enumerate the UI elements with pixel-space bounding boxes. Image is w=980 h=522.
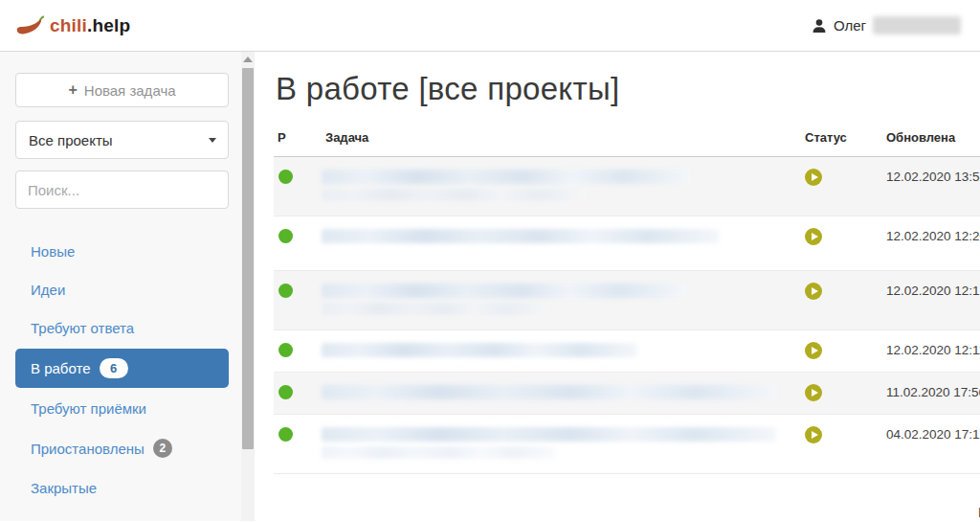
chili-pepper-icon <box>15 15 44 36</box>
updated-date: 12.02.2020 13:51 <box>886 169 980 185</box>
table-row[interactable]: 04.02.2020 17:13 Юрий Мачеча <box>274 415 980 474</box>
top-header: chili.help Олег <box>0 0 980 52</box>
user-last-name-redacted <box>873 16 961 34</box>
sidebar: + Новая задача Все проекты Новые Идеи Тр… <box>0 52 241 521</box>
logo-text: chili.help <box>50 15 130 36</box>
updated-date: 04.02.2020 17:13 <box>886 426 980 443</box>
sidebar-nav-item[interactable]: В работе 6 <box>15 349 229 388</box>
table-row[interactable]: 12.02.2020 12:20 Дмитрий Мешавкин <box>274 216 980 271</box>
task-table: Р Задача Статус Обновлена Назначена 12.0… <box>274 130 980 474</box>
table-body: 12.02.2020 13:51 Дмитрий Мешавкин 12.02.… <box>274 157 980 474</box>
in-progress-play-icon <box>805 342 822 359</box>
scrollbar-thumb[interactable] <box>242 68 254 449</box>
app-logo[interactable]: chili.help <box>15 15 130 36</box>
page-title: В работе [все проекты] <box>276 71 980 107</box>
task-title-redacted[interactable] <box>322 426 805 464</box>
priority-dot <box>278 427 293 442</box>
sidebar-item-label: Требуют приёмки <box>31 400 146 417</box>
search-input[interactable] <box>16 171 229 208</box>
task-title-redacted[interactable] <box>322 384 805 404</box>
sidebar-item-label: В работе <box>31 360 91 376</box>
sidebar-item-label: Требуют ответа <box>31 320 134 336</box>
user-icon <box>812 18 827 34</box>
col-header-status: Статус <box>805 130 886 145</box>
task-title-redacted[interactable] <box>322 342 805 362</box>
sidebar-scrollbar[interactable] <box>241 52 255 521</box>
priority-dot <box>278 343 293 357</box>
user-menu[interactable]: Олег <box>812 16 961 34</box>
table-row[interactable]: 12.02.2020 12:11 Павел Зоммер <box>274 330 980 373</box>
in-progress-play-icon <box>805 426 822 443</box>
col-header-priority: Р <box>278 130 325 145</box>
in-progress-play-icon <box>805 169 822 186</box>
col-header-updated[interactable]: Обновлена <box>886 130 980 145</box>
updated-date: 12.02.2020 12:20 <box>886 228 980 244</box>
chevron-down-icon <box>209 138 216 143</box>
priority-dot <box>278 170 293 184</box>
table-row[interactable]: 11.02.2020 17:56 Юрий Мачеча <box>274 373 980 415</box>
sidebar-nav-item[interactable]: Идеи <box>15 272 229 307</box>
priority-dot <box>278 284 293 298</box>
pagination-summary: Показано 1 – 6 из 6 <box>274 505 980 520</box>
sidebar-nav-item[interactable]: Закрытые <box>15 470 229 506</box>
sidebar-nav: Новые Идеи Требуют ответа В работе 6 Тре… <box>15 234 229 506</box>
sidebar-nav-item[interactable]: Приостановлены 2 <box>15 429 229 467</box>
task-title-redacted[interactable] <box>322 283 805 320</box>
priority-dot <box>278 385 293 399</box>
col-header-task: Задача <box>325 130 805 145</box>
brand-help: help <box>93 15 131 35</box>
new-task-button[interactable]: + Новая задача <box>15 73 229 107</box>
table-header: Р Задача Статус Обновлена Назначена <box>274 130 980 157</box>
sidebar-item-label: Закрытые <box>31 480 97 496</box>
user-first-name: Олег <box>834 17 866 34</box>
table-row[interactable]: 12.02.2020 12:12 Александр Мельников <box>274 271 980 330</box>
in-progress-play-icon <box>805 228 822 245</box>
table-row[interactable]: 12.02.2020 13:51 Дмитрий Мешавкин <box>274 157 980 216</box>
count-badge: 6 <box>100 358 128 378</box>
task-title-redacted[interactable] <box>322 169 805 206</box>
task-title-redacted[interactable] <box>322 228 805 248</box>
sidebar-item-label: Идеи <box>31 282 65 298</box>
updated-date: 12.02.2020 12:12 <box>886 283 980 299</box>
priority-dot <box>278 229 293 243</box>
updated-date: 12.02.2020 12:11 <box>886 342 980 358</box>
scroll-up-arrow-icon[interactable] <box>243 57 253 62</box>
project-filter-select[interactable]: Все проекты <box>15 121 229 159</box>
search-group <box>15 170 229 209</box>
count-badge: 2 <box>153 439 172 458</box>
in-progress-play-icon <box>805 283 822 300</box>
updated-date: 11.02.2020 17:56 <box>886 384 980 400</box>
brand-chili: chili <box>50 15 87 35</box>
plus-icon: + <box>68 81 77 99</box>
sidebar-nav-item[interactable]: Требуют ответа <box>15 310 229 346</box>
main-content: В работе [все проекты] Р Задача Статус О… <box>255 52 980 521</box>
sidebar-nav-item[interactable]: Требуют приёмки <box>15 391 229 426</box>
new-task-label: Новая задача <box>84 82 176 99</box>
project-filter-value: Все проекты <box>29 132 113 148</box>
sidebar-item-label: Новые <box>31 243 75 260</box>
sidebar-nav-item[interactable]: Новые <box>15 234 229 269</box>
in-progress-play-icon <box>805 384 822 401</box>
col-header-updated-label: Обновлена <box>886 130 955 145</box>
sidebar-item-label: Приостановлены <box>31 441 145 457</box>
